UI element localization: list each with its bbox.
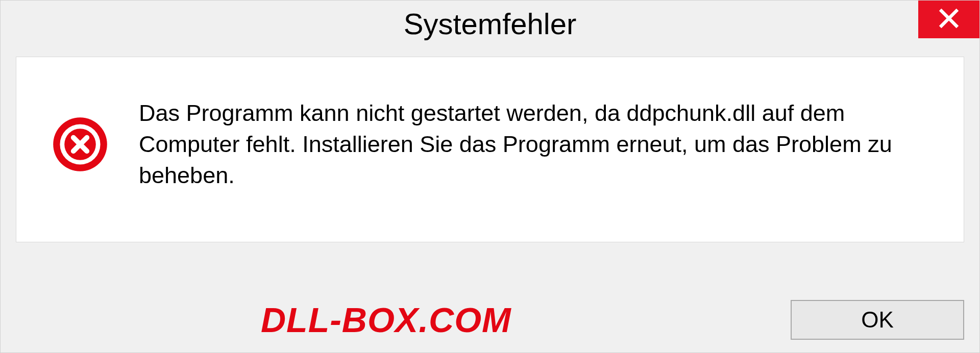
error-dialog: Systemfehler Das Programm kann nicht ges…: [0, 0, 980, 353]
bottom-bar: DLL-BOX.COM OK: [16, 300, 964, 340]
close-icon: [938, 7, 960, 32]
dialog-title: Systemfehler: [404, 7, 576, 41]
error-message: Das Programm kann nicht gestartet werden…: [139, 98, 928, 191]
title-bar: Systemfehler: [1, 1, 979, 46]
watermark-text: DLL-BOX.COM: [261, 300, 511, 340]
error-icon: [52, 116, 108, 172]
close-button[interactable]: [918, 1, 979, 38]
ok-button[interactable]: OK: [791, 300, 964, 340]
content-area: Das Programm kann nicht gestartet werden…: [16, 57, 964, 242]
